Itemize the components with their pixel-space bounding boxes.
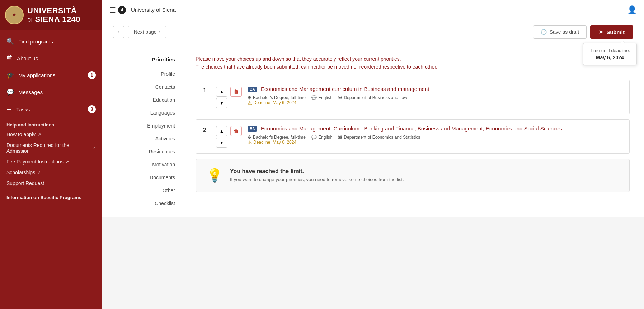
next-page-button[interactable]: Next page › xyxy=(128,26,167,38)
sidebar-item-tasks[interactable]: ☰ Tasks 3 xyxy=(0,101,102,118)
step-employment[interactable]: Employment xyxy=(102,119,181,132)
next-arrow-icon: › xyxy=(159,29,161,35)
submit-label: Submit xyxy=(606,29,625,35)
sidebar-link-documents-required[interactable]: Documents Required for the Admission ↗ xyxy=(0,140,102,156)
limit-desc: If you want to change your priorities, y… xyxy=(230,177,404,182)
priority-description: Please move your choices up and down so … xyxy=(196,55,630,71)
department-2: 🏛 Department of Economics and Statistics xyxy=(338,135,420,140)
sidebar-item-label: Tasks xyxy=(16,106,30,112)
priority-info-2: BA Economics and Management. Curriculum … xyxy=(248,125,622,145)
deadline-2: ⚠ Deadline: May 6, 2024 xyxy=(248,140,622,145)
sidebar-link-scholarships[interactable]: Scholarships ↗ xyxy=(0,167,102,178)
priority-title-1: Economics and Management curriculum in B… xyxy=(261,86,429,92)
step-label: Motivation xyxy=(152,162,175,167)
sidebar-link-label: How to apply xyxy=(6,132,36,137)
logo-text: UNIVERSITÀDI SIENA 1240 xyxy=(27,6,80,24)
sidebar-link-label: Documents Required for the Admission xyxy=(6,142,90,154)
sidebar-item-label: Messages xyxy=(18,89,43,95)
step-other[interactable]: Other xyxy=(102,184,181,197)
sidebar-item-my-applications[interactable]: 🎓 My applications 1 xyxy=(0,66,102,84)
priority-title-row-1: BA Economics and Management curriculum i… xyxy=(248,86,622,92)
steps-sidebar: Priorities Profile Contacts Education La… xyxy=(102,44,181,217)
sidebar-link-label: Fee Payment Instructions xyxy=(6,159,64,165)
degree-badge-2: BA xyxy=(248,126,257,132)
language-icon-2: 💬 xyxy=(311,135,317,140)
submit-button[interactable]: ➤ Submit xyxy=(590,25,633,39)
step-documents[interactable]: Documents xyxy=(102,171,181,184)
toolbar-right: 🕐 Save as draft ➤ Submit xyxy=(533,25,633,39)
save-draft-button[interactable]: 🕐 Save as draft xyxy=(533,25,587,39)
prev-button[interactable]: ‹ xyxy=(113,26,124,38)
send-icon: ➤ xyxy=(599,29,603,35)
department-1: 🏛 Department of Business and Law xyxy=(338,95,407,100)
move-up-button-1[interactable]: ▲ xyxy=(216,87,227,97)
degree-icon-1: ⚙ xyxy=(248,95,252,100)
step-label: Residences xyxy=(149,149,175,154)
sidebar-item-label: Find programs xyxy=(18,38,53,45)
delete-button-1[interactable]: 🗑 xyxy=(230,87,242,97)
priority-card-1: 1 ▲ ▼ 🗑 BA Economics and Management curr… xyxy=(196,80,630,114)
external-link-icon: ↗ xyxy=(37,170,41,175)
degree-type-1: ⚙ Bachelor's Degree, full-time xyxy=(248,95,306,100)
sidebar-item-label: My applications xyxy=(18,72,55,78)
delete-button-2[interactable]: 🗑 xyxy=(230,126,242,136)
applications-badge: 1 xyxy=(88,71,96,79)
priority-number-2: 2 xyxy=(203,127,210,133)
hamburger-button[interactable]: ☰ 4 xyxy=(109,6,126,14)
move-up-button-2[interactable]: ▲ xyxy=(216,126,227,136)
step-motivation[interactable]: Motivation xyxy=(102,158,181,171)
step-education[interactable]: Education xyxy=(102,93,181,106)
desc-line1: Please move your choices up and down so … xyxy=(196,56,401,62)
tasks-badge: 3 xyxy=(88,105,96,113)
sidebar-item-find-programs[interactable]: 🔍 Find programs xyxy=(0,33,102,50)
toolbar: ‹ Next page › 🕐 Save as draft ➤ Submit T… xyxy=(102,20,644,44)
help-section-title: Help and Instructions xyxy=(0,118,102,129)
deadline-tooltip: Time until deadline: May 6, 2024 xyxy=(583,43,637,65)
info-section-title: Information on Specific Programs xyxy=(0,190,102,202)
sidebar-link-label: Scholarships xyxy=(6,170,35,175)
deadline-label: Time until deadline: xyxy=(590,48,630,53)
page-body: Priorities Profile Contacts Education La… xyxy=(102,44,644,217)
desc-line2: The choices that have already been submi… xyxy=(196,64,437,70)
user-icon[interactable]: 👤 xyxy=(627,5,637,15)
priority-info-1: BA Economics and Management curriculum i… xyxy=(248,86,622,106)
step-contacts[interactable]: Contacts xyxy=(102,80,181,93)
next-page-label: Next page xyxy=(134,29,157,35)
priority-card-2: 2 ▲ ▼ 🗑 BA Economics and Management. Cur… xyxy=(196,119,630,154)
external-link-icon: ↗ xyxy=(93,146,96,151)
sidebar-item-about-us[interactable]: 🏛 About us xyxy=(0,50,102,66)
degree-type-2: ⚙ Bachelor's Degree, full-time xyxy=(248,135,306,140)
sidebar-item-messages[interactable]: 💬 Messages xyxy=(0,84,102,101)
step-activities[interactable]: Activities xyxy=(102,132,181,145)
step-residences[interactable]: Residences xyxy=(102,145,181,158)
sidebar-link-support-request[interactable]: Support Request xyxy=(0,178,102,189)
save-draft-label: Save as draft xyxy=(550,29,579,35)
logo-area: 🏛 UNIVERSITÀDI SIENA 1240 xyxy=(0,0,102,30)
priority-meta-2: ⚙ Bachelor's Degree, full-time 💬 English… xyxy=(248,135,622,140)
priority-meta-1: ⚙ Bachelor's Degree, full-time 💬 English… xyxy=(248,95,622,100)
sidebar-item-label: About us xyxy=(17,55,38,61)
clock-icon: 🕐 xyxy=(541,29,547,35)
topbar: ☰ 4 University of Siena 👤 xyxy=(102,0,644,20)
external-link-icon: ↗ xyxy=(66,160,69,164)
sidebar-link-how-to-apply[interactable]: How to apply ↗ xyxy=(0,129,102,140)
deadline-date: May 6, 2024 xyxy=(590,55,630,60)
step-label: Contacts xyxy=(155,84,175,90)
content-area: ‹ Next page › 🕐 Save as draft ➤ Submit T… xyxy=(102,20,644,309)
sidebar: 🏛 UNIVERSITÀDI SIENA 1240 🔍 Find program… xyxy=(0,0,102,309)
sidebar-link-fee-payment[interactable]: Fee Payment Instructions ↗ xyxy=(0,156,102,167)
external-link-icon: ↗ xyxy=(38,132,41,137)
limit-text: You have reached the limit. If you want … xyxy=(230,168,404,182)
department-icon-1: 🏛 xyxy=(338,95,342,100)
move-down-button-2[interactable]: ▼ xyxy=(216,138,227,148)
priority-title-row-2: BA Economics and Management. Curriculum … xyxy=(248,125,622,132)
move-down-button-1[interactable]: ▼ xyxy=(216,98,227,108)
university-name: University of Siena xyxy=(131,7,622,13)
step-label: Education xyxy=(153,97,175,103)
logo-emblem: 🏛 xyxy=(5,6,24,24)
limit-title: You have reached the limit. xyxy=(230,168,404,175)
step-checklist[interactable]: Checklist xyxy=(102,197,181,210)
step-label: Languages xyxy=(150,110,175,116)
step-profile[interactable]: Profile xyxy=(102,68,181,80)
step-languages[interactable]: Languages xyxy=(102,106,181,119)
